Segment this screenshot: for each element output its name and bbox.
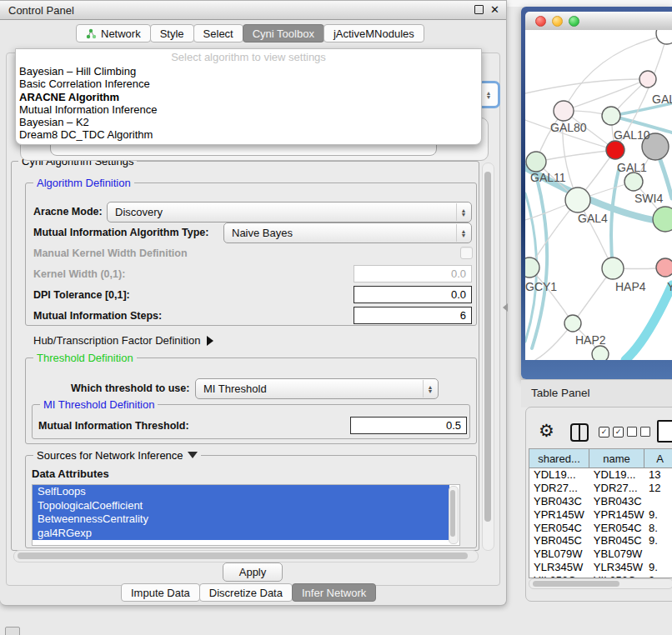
tab-network-label: Network [101,28,141,40]
control-panel-window: Control Panel ✕ Network [0,0,507,606]
network-node-gal4[interactable] [565,188,590,212]
scrollbar-thumb[interactable] [18,552,468,559]
table-cell: 8. [644,521,672,534]
combo-stepper-icon: ▲▼ [456,203,470,221]
network-node[interactable] [592,346,609,360]
data-attribute-item[interactable]: gal4RGexp [33,527,449,541]
data-attribute-item[interactable]: TopologicalCoefficient [33,499,449,513]
algorithm-option[interactable]: Bayesian – Hill Climbing [16,65,481,78]
algorithm-option[interactable]: Mutual Information Inference [16,103,481,116]
tab-jactivemnodules[interactable]: jActiveMNodules [323,24,424,42]
table-cell: YPR145W [589,508,644,521]
algorithm-option[interactable]: Basic Correlation Inference [16,78,481,90]
close-panel-icon[interactable]: ✕ [490,4,499,15]
table-horizontal-scrollbar[interactable] [529,578,672,589]
network-canvas[interactable]: GALGAL80GAL10GAL1GAL11SWI4GAL4GCY1HAP4YH… [525,30,672,360]
table-row[interactable]: YBR043CYBR043C [529,495,672,508]
hub-tf-definition-toggle[interactable]: Hub/Transcription Factor Definition [33,334,213,347]
network-node-hap2[interactable] [564,315,581,332]
manual-kernel-width-label: Manual Kernel Width Definition [33,248,188,259]
deselect-checkboxes-icon[interactable] [627,427,650,437]
table-row[interactable]: YLR345WYLR345W9. [529,561,672,574]
sources-legend[interactable]: Sources for Network Inference [33,449,201,462]
table-cell [644,548,672,561]
scrollbar-thumb[interactable] [533,581,619,587]
network-node[interactable] [639,71,656,88]
network-view-titlebar[interactable] [525,12,672,31]
network-node[interactable] [653,207,672,232]
table-column-header[interactable]: A [644,449,672,468]
network-node-gal11[interactable] [526,152,546,172]
dpi-tolerance-label: DPI Tolerance [0,1]: [33,289,130,301]
network-node-label: GAL [652,92,672,106]
mi-threshold-field[interactable]: 0.5 [350,417,467,434]
attributes-list-scrollbar[interactable] [449,486,459,544]
zoom-window-icon[interactable] [569,16,579,27]
table-body: YDL19...YDL19...13YDR27...YDR27...12YBR0… [529,468,672,578]
gear-icon[interactable]: ⚙ [539,421,554,441]
data-attribute-item[interactable]: BetweennessCentrality [33,512,449,527]
mi-steps-field[interactable]: 6 [354,307,472,324]
algorithm-option[interactable]: Dream8 DC_TDC Algorithm [16,128,481,141]
which-threshold-combo[interactable]: MI Threshold ▲▼ [195,378,439,399]
network-tab-icon [86,28,97,39]
tab-network[interactable]: Network [76,24,151,42]
close-window-icon[interactable] [535,16,546,27]
table-row[interactable]: YBL079WYBL079W [529,548,672,561]
network-node-hap4[interactable] [602,258,624,279]
minimize-window-icon[interactable] [552,16,563,27]
tab-select[interactable]: Select [193,24,243,42]
tab-impute-data[interactable]: Impute Data [121,583,200,602]
table-row[interactable]: YER054CYER054C8. [529,521,672,534]
tab-infer-network[interactable]: Infer Network [292,583,376,602]
table-cell: YBR043C [589,495,644,508]
network-node-swi4[interactable] [624,172,643,191]
float-window-icon[interactable] [474,5,484,14]
algorithm-option[interactable]: ARACNE Algorithm [16,91,481,103]
collapsed-panel-button[interactable] [5,627,20,635]
apply-button[interactable]: Apply [223,562,283,582]
data-attribute-item[interactable]: SelfLoops [33,485,449,499]
scrollbar-thumb[interactable] [450,490,455,537]
network-node-gal80[interactable] [554,101,574,121]
settings-horizontal-scrollbar[interactable] [13,550,479,562]
network-node-label: HAP4 [615,280,646,293]
scrollbar-thumb[interactable] [484,172,491,522]
network-node-label: GAL10 [614,128,650,142]
mi-threshold-legend: MI Threshold Definition [40,398,158,411]
tab-style[interactable]: Style [150,24,194,42]
manual-kernel-width-checkbox[interactable] [460,247,473,259]
table-cell: YBL079W [529,548,589,561]
table-column-header[interactable]: shared... [529,449,589,468]
tab-cyni-toolbox[interactable]: Cyni Toolbox [243,24,324,42]
network-node-gal10[interactable] [602,107,620,125]
panel-splitter-handle[interactable] [503,303,508,312]
table-cell: YER054C [589,521,644,534]
table-column-header[interactable]: name [589,449,644,468]
algorithm-dropdown-list: Select algorithm to view settings Bayesi… [15,48,482,145]
table-row[interactable]: YBR045CYBR045C9. [529,534,672,548]
table-row[interactable]: YDL19...YDL19...13 [529,468,672,482]
table-cell: 9. [644,534,672,548]
table-row[interactable]: YDR27...YDR27...12 [529,482,672,495]
document-icon[interactable] [657,420,672,442]
network-node[interactable] [656,258,672,277]
network-node-label: GAL11 [530,171,566,184]
select-all-checkboxes-icon[interactable]: ✓✓ [599,427,624,438]
network-node-gal1[interactable] [606,141,624,159]
settings-vertical-scrollbar[interactable] [482,162,494,551]
network-node-label: HAP2 [575,333,606,347]
tab-discretize-data[interactable]: Discretize Data [199,583,293,602]
table-cell: 9. [644,508,672,521]
mi-algorithm-type-combo[interactable]: Naive Bayes ▲▼ [223,222,472,243]
network-node-gcy1[interactable] [525,258,539,278]
mi-threshold-label: Mutual Information Threshold: [38,420,189,432]
kernel-width-field[interactable]: 0.0 [354,265,472,282]
table-row[interactable]: YPR145WYPR145W9. [529,508,672,521]
dpi-tolerance-field[interactable]: 0.0 [354,286,472,303]
table-cell: YBR045C [529,534,589,548]
aracne-mode-combo[interactable]: Discovery ▲▼ [107,202,472,222]
algorithm-option[interactable]: Bayesian – K2 [16,116,481,128]
split-columns-icon[interactable] [570,423,589,442]
network-node[interactable] [656,30,672,44]
